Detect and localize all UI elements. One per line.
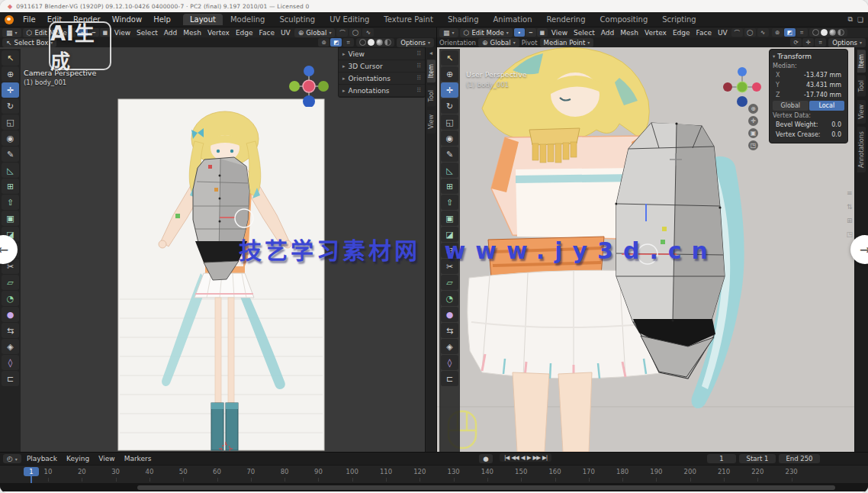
xray-toggle[interactable]: ⌗ <box>796 28 808 37</box>
transport-button[interactable]: ▶| <box>542 454 547 461</box>
timeline-scrollbar[interactable] <box>137 485 835 490</box>
frame-end-field[interactable]: End 250 <box>779 454 820 463</box>
npanel-section-3d-cursor[interactable]: ▸3D Cursor⠿ <box>339 60 425 72</box>
tool-rip-region[interactable]: ⊏ <box>441 371 458 386</box>
mirror-y-toggle[interactable]: ✛ <box>802 38 814 47</box>
gadget-pan[interactable]: ✛ <box>748 116 758 126</box>
topbar-menu-item[interactable]: Help <box>148 14 176 24</box>
workspace-tab-shading[interactable]: Shading <box>441 14 486 25</box>
gadget-camera-view[interactable]: ▣ <box>748 128 758 138</box>
timeline-menu-item[interactable]: View <box>95 455 118 462</box>
viewport-menu-item[interactable]: Face <box>257 29 277 37</box>
mirror-x-toggle[interactable]: ⟳ <box>790 38 802 47</box>
tool-move[interactable]: ✛ <box>441 82 458 98</box>
frame-start-field[interactable]: Start 1 <box>739 454 776 463</box>
workspace-tab-scripting[interactable]: Scripting <box>655 14 702 25</box>
sidebar-tab-item[interactable]: Item <box>857 50 866 72</box>
view-layer-icon[interactable]: ❏ <box>857 16 863 24</box>
show-overlays-toggle[interactable]: ◩ <box>330 38 342 47</box>
snap-magnet-toggle[interactable]: ⌒ <box>731 28 743 37</box>
orientation-dropdown[interactable]: ⊕Global▾ <box>478 38 519 47</box>
tool-add-cube[interactable]: ⊞ <box>441 179 458 194</box>
xray-toggle[interactable]: ⌗ <box>342 38 354 47</box>
viewport-menu-item[interactable]: Vertex <box>205 29 232 37</box>
tool-annotate[interactable]: ✎ <box>441 147 458 162</box>
tool-cursor[interactable]: ⊕ <box>2 66 19 82</box>
transport-button[interactable]: ◀ <box>521 454 525 461</box>
editor-type-button[interactable]: ▦▾ <box>439 28 458 37</box>
tool-poly-build[interactable]: ▱ <box>2 275 19 290</box>
show-gizmo-toggle[interactable]: ⊚ <box>318 38 330 47</box>
space-button-local[interactable]: Local <box>809 101 845 111</box>
workspace-tab-modeling[interactable]: Modeling <box>223 14 272 25</box>
tool-edge-slide[interactable]: ⇆ <box>441 323 458 338</box>
tool-shear[interactable]: ◊ <box>2 355 19 370</box>
tool-inset-faces[interactable]: ▣ <box>441 211 458 226</box>
viewport-menu-item[interactable]: View <box>549 29 570 37</box>
proportional-falloff-icon[interactable]: ∿ <box>757 28 769 37</box>
solid-shading-button[interactable] <box>821 29 828 36</box>
tool-rip-region[interactable]: ⊏ <box>2 371 19 386</box>
timeline-editor-type-button[interactable]: ◴▾ <box>3 454 21 463</box>
viewport-menu-item[interactable]: Mesh <box>618 29 641 37</box>
transform-orientation-dropdown[interactable]: ⊕Global▾ <box>294 28 336 37</box>
playhead[interactable]: 1 <box>24 467 39 476</box>
sidebar-tab-tool[interactable]: Tool <box>427 85 436 107</box>
sidebar-tab-view[interactable]: View <box>857 100 866 124</box>
timeline-menu-item[interactable]: Keying <box>63 455 93 462</box>
workspace-tab-compositing[interactable]: Compositing <box>593 14 655 25</box>
wireframe-shading-button[interactable] <box>812 29 819 36</box>
timeline-menu-item[interactable]: Markers <box>121 455 156 462</box>
tool-scale[interactable]: ◱ <box>2 114 19 130</box>
tool-rotate[interactable]: ↻ <box>441 98 458 114</box>
edge-select-button[interactable]: ━ <box>526 28 536 37</box>
transport-button[interactable]: |◀ <box>504 454 509 461</box>
navigation-gizmo[interactable] <box>721 64 764 107</box>
workspace-tab-sculpting[interactable]: Sculpting <box>272 14 322 25</box>
tool-spin[interactable]: ◔ <box>2 291 19 306</box>
gadget-toggle-perspective[interactable]: ◳ <box>748 140 758 150</box>
tool-extrude-region[interactable]: ⇧ <box>441 195 458 210</box>
tool-cursor[interactable]: ⊕ <box>441 66 458 82</box>
editor-type-button[interactable]: ▦▾ <box>2 28 21 37</box>
sidebar-tab-tool[interactable]: Tool <box>857 76 866 97</box>
tool-select-box[interactable]: ↖ <box>441 50 458 66</box>
tool-inset-faces[interactable]: ▣ <box>2 211 19 226</box>
correct-face-toggle[interactable]: ⌗ <box>815 38 826 47</box>
list-icon[interactable]: ≡ <box>846 189 853 197</box>
npanel-section-annotations[interactable]: ▸Annotations⠿ <box>339 85 425 97</box>
grid-icon[interactable]: ⊞ <box>846 217 853 224</box>
tool-measure[interactable]: ◺ <box>2 163 19 178</box>
solid-shading-button[interactable] <box>368 39 375 46</box>
vertex-data-field[interactable]: Bevel Weight:0.0 <box>773 120 844 129</box>
tool-poly-build[interactable]: ▱ <box>441 275 458 290</box>
median-value-field[interactable]: Y43.431 mm <box>773 80 844 89</box>
collapse-arrow-icon[interactable]: ◂ <box>429 50 432 56</box>
options-dropdown[interactable]: Options▾ <box>397 38 434 47</box>
topbar-menu-item[interactable]: Window <box>107 14 147 24</box>
median-value-field[interactable]: X-13.437 mm <box>773 70 844 79</box>
workspace-tab-texture-paint[interactable]: Texture Paint <box>377 14 440 25</box>
tool-shrink-fatten[interactable]: ◈ <box>2 339 19 354</box>
timeline-ruler[interactable]: 1020304050607080901001101201301401501601… <box>0 465 868 484</box>
tool-edge-slide[interactable]: ⇆ <box>2 323 19 338</box>
tool-add-cube[interactable]: ⊞ <box>2 179 19 194</box>
tool-spin[interactable]: ◔ <box>441 291 458 306</box>
sidebar-tab-item[interactable]: Item <box>427 60 436 82</box>
viewport-menu-item[interactable]: UV <box>715 29 730 37</box>
tool-shear[interactable]: ◊ <box>441 355 458 370</box>
median-value-field[interactable]: Z-17.740 mm <box>773 90 844 99</box>
tool-rotate[interactable]: ↻ <box>2 98 19 114</box>
sort-icon[interactable]: ⇅ <box>846 203 853 211</box>
wireframe-shading-button[interactable] <box>359 39 366 46</box>
snap-magnet-toggle[interactable]: ⌒ <box>336 28 348 37</box>
material-shading-button[interactable] <box>829 29 836 36</box>
viewport-menu-item[interactable]: Face <box>694 29 714 37</box>
workspace-tab-rendering[interactable]: Rendering <box>539 14 592 25</box>
proportional-edit-toggle[interactable]: ◯ <box>744 28 756 37</box>
viewport-menu-item[interactable]: UV <box>278 29 293 37</box>
space-button-global[interactable]: Global <box>773 101 809 111</box>
face-select-button[interactable]: ■ <box>537 28 548 37</box>
viewport-menu-item[interactable]: Add <box>162 29 179 37</box>
tool-transform[interactable]: ◉ <box>2 130 19 146</box>
